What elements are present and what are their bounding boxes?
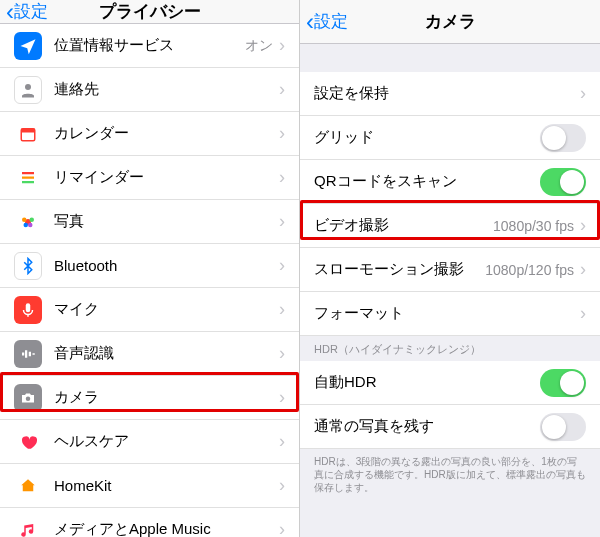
svg-rect-5 (22, 181, 34, 183)
privacy-list: 位置情報サービスオン›連絡先›カレンダー›リマインダー›写真›Bluetooth… (0, 24, 299, 537)
homekit-icon (14, 472, 42, 500)
chevron-right-icon: › (580, 215, 586, 236)
privacy-row-music[interactable]: メディアとApple Music› (0, 508, 299, 537)
svg-rect-3 (22, 172, 34, 174)
contacts-icon (14, 76, 42, 104)
health-icon (14, 428, 42, 456)
camera-row[interactable]: フォーマット› (300, 292, 600, 336)
back-button[interactable]: ‹ 設定 (6, 0, 48, 24)
svg-point-10 (28, 222, 33, 227)
navbar-camera: ‹ 設定 カメラ (300, 0, 600, 44)
chevron-right-icon: › (279, 123, 285, 144)
navbar-privacy: ‹ 設定 プライバシー (0, 0, 299, 24)
row-label: 音声認識 (54, 344, 277, 363)
chevron-right-icon: › (279, 431, 285, 452)
camera-row[interactable]: ビデオ撮影1080p/30 fps› (300, 204, 600, 248)
chevron-right-icon: › (580, 83, 586, 104)
row-label: メディアとApple Music (54, 520, 277, 537)
privacy-row-reminders[interactable]: リマインダー› (0, 156, 299, 200)
row-value: 1080p/120 fps (485, 262, 574, 278)
row-label: カメラ (54, 388, 277, 407)
chevron-left-icon: ‹ (6, 0, 14, 24)
toggle-switch[interactable] (540, 413, 586, 441)
row-label: フォーマット (314, 304, 578, 323)
chevron-right-icon: › (279, 387, 285, 408)
bluetooth-icon (14, 252, 42, 280)
chevron-right-icon: › (279, 519, 285, 537)
row-label: ビデオ撮影 (314, 216, 493, 235)
location-icon (14, 32, 42, 60)
hdr-section-header: HDR（ハイダイナミックレンジ） (300, 336, 600, 361)
mic-icon (14, 296, 42, 324)
row-label: グリッド (314, 128, 540, 147)
chevron-right-icon: › (580, 259, 586, 280)
chevron-right-icon: › (279, 79, 285, 100)
privacy-row-bluetooth[interactable]: Bluetooth› (0, 244, 299, 288)
back-label: 設定 (14, 0, 48, 23)
reminders-icon (14, 164, 42, 192)
chevron-right-icon: › (279, 167, 285, 188)
row-label: 自動HDR (314, 373, 540, 392)
camera-row: QRコードをスキャン (300, 160, 600, 204)
row-label: 通常の写真を残す (314, 417, 540, 436)
svg-point-8 (30, 217, 35, 222)
row-label: ヘルスケア (54, 432, 277, 451)
svg-point-0 (25, 84, 31, 90)
back-label: 設定 (314, 10, 348, 33)
privacy-row-contacts[interactable]: 連絡先› (0, 68, 299, 112)
svg-point-7 (22, 217, 27, 222)
privacy-row-speech[interactable]: 音声認識› (0, 332, 299, 376)
calendar-icon (14, 120, 42, 148)
chevron-right-icon: › (279, 211, 285, 232)
chevron-right-icon: › (279, 475, 285, 496)
chevron-right-icon: › (580, 303, 586, 324)
row-label: 連絡先 (54, 80, 277, 99)
row-label: カレンダー (54, 124, 277, 143)
svg-point-12 (26, 396, 31, 401)
privacy-row-camera[interactable]: カメラ› (0, 376, 299, 420)
camera-row: グリッド (300, 116, 600, 160)
photos-icon (14, 208, 42, 236)
chevron-right-icon: › (279, 35, 285, 56)
svg-rect-11 (26, 303, 31, 312)
row-value: 1080p/30 fps (493, 218, 574, 234)
music-icon (14, 516, 42, 538)
privacy-row-mic[interactable]: マイク› (0, 288, 299, 332)
privacy-screen: ‹ 設定 プライバシー 位置情報サービスオン›連絡先›カレンダー›リマインダー›… (0, 0, 300, 537)
chevron-right-icon: › (279, 343, 285, 364)
row-label: リマインダー (54, 168, 277, 187)
toggle-switch[interactable] (540, 168, 586, 196)
chevron-right-icon: › (279, 255, 285, 276)
privacy-row-photos[interactable]: 写真› (0, 200, 299, 244)
hdr-section-footer: HDRは、3段階の異なる露出の写真の良い部分を、1枚の写真に合成する機能です。H… (300, 449, 600, 504)
row-label: 設定を保持 (314, 84, 578, 103)
privacy-row-health[interactable]: ヘルスケア› (0, 420, 299, 464)
speech-icon (14, 340, 42, 368)
privacy-row-location[interactable]: 位置情報サービスオン› (0, 24, 299, 68)
row-label: スローモーション撮影 (314, 260, 485, 279)
camera-row: 通常の写真を残す (300, 405, 600, 449)
svg-rect-4 (22, 176, 34, 178)
row-label: マイク (54, 300, 277, 319)
row-label: QRコードをスキャン (314, 172, 540, 191)
toggle-switch[interactable] (540, 369, 586, 397)
privacy-row-homekit[interactable]: HomeKit› (0, 464, 299, 508)
row-label: HomeKit (54, 477, 277, 494)
row-label: 位置情報サービス (54, 36, 245, 55)
row-label: Bluetooth (54, 257, 277, 274)
camera-icon (14, 384, 42, 412)
svg-point-9 (24, 222, 29, 227)
row-label: 写真 (54, 212, 277, 231)
toggle-switch[interactable] (540, 124, 586, 152)
camera-group-2: 自動HDR通常の写真を残す (300, 361, 600, 449)
chevron-left-icon: ‹ (306, 10, 314, 34)
privacy-row-calendar[interactable]: カレンダー› (0, 112, 299, 156)
row-value: オン (245, 37, 273, 55)
chevron-right-icon: › (279, 299, 285, 320)
back-button[interactable]: ‹ 設定 (306, 10, 348, 34)
camera-row[interactable]: 設定を保持› (300, 72, 600, 116)
svg-rect-2 (21, 128, 35, 132)
camera-group-1: 設定を保持›グリッドQRコードをスキャンビデオ撮影1080p/30 fps›スロ… (300, 72, 600, 336)
camera-row: 自動HDR (300, 361, 600, 405)
camera-row[interactable]: スローモーション撮影1080p/120 fps› (300, 248, 600, 292)
